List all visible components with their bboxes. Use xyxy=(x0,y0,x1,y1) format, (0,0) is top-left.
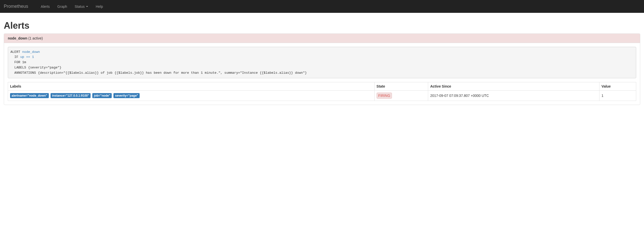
label-pill: alertname="node_down" xyxy=(10,93,49,98)
chevron-down-icon xyxy=(86,6,88,7)
nav-status-dropdown[interactable]: Status xyxy=(71,1,92,12)
page-title: Alerts xyxy=(4,20,640,31)
cell-state: FIRING xyxy=(374,90,428,101)
alert-body: ALERT node_down IF up == 1 FOR 1m LABELS… xyxy=(4,43,640,105)
navbar: Prometheus Alerts Graph Status Help xyxy=(0,0,644,13)
label-pill: job="node" xyxy=(92,93,112,98)
label-pill: severity="page" xyxy=(113,93,140,98)
alert-name: node_down xyxy=(8,36,27,40)
cell-labels: alertname="node_down" instance="127.0.0.… xyxy=(8,90,375,101)
label-pill: instance="127.0.0.1:9100" xyxy=(51,93,91,98)
alert-instances-table: Labels State Active Since Value alertnam… xyxy=(8,82,636,101)
alert-rule-definition: ALERT node_down IF up == 1 FOR 1m LABELS… xyxy=(8,47,636,78)
col-state: State xyxy=(374,82,428,90)
table-header-row: Labels State Active Since Value xyxy=(8,82,636,90)
nav-links: Alerts Graph Status Help xyxy=(37,1,107,12)
alert-active-count: (1 active) xyxy=(27,36,43,40)
col-active-since: Active Since xyxy=(428,82,599,90)
state-badge: FIRING xyxy=(377,93,392,99)
alert-panel: node_down (1 active) ALERT node_down IF … xyxy=(4,33,640,105)
cell-value: 1 xyxy=(599,90,636,101)
nav-alerts[interactable]: Alerts xyxy=(37,1,54,12)
table-row: alertname="node_down" instance="127.0.0.… xyxy=(8,90,636,101)
nav-help[interactable]: Help xyxy=(92,1,107,12)
nav-status-label: Status xyxy=(75,5,85,9)
col-labels: Labels xyxy=(8,82,375,90)
alert-header[interactable]: node_down (1 active) xyxy=(4,34,640,43)
col-value: Value xyxy=(599,82,636,90)
cell-active-since: 2017-09-07 07:09:37.807 +0000 UTC xyxy=(428,90,599,101)
nav-graph[interactable]: Graph xyxy=(54,1,71,12)
brand-link[interactable]: Prometheus xyxy=(4,0,32,13)
main-container: Alerts node_down (1 active) ALERT node_d… xyxy=(0,13,644,112)
